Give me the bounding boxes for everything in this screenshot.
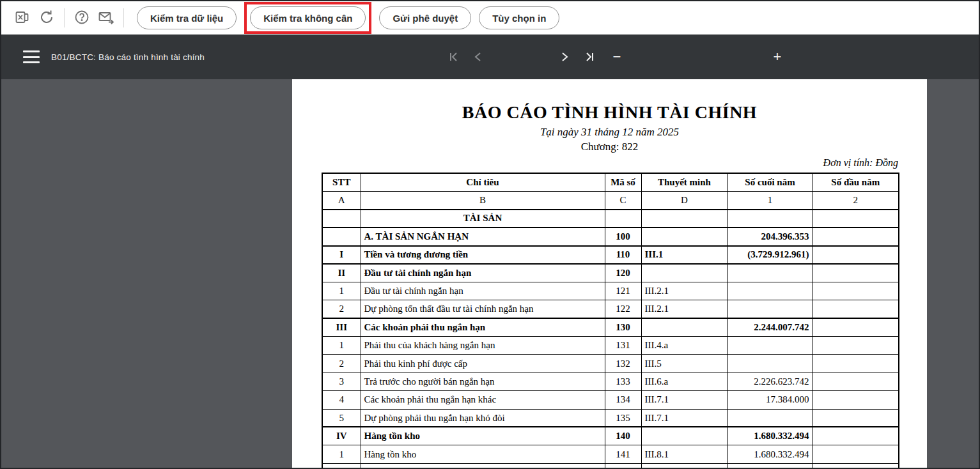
table-cell: 1 <box>322 445 361 463</box>
zoom-in-button[interactable]: + <box>768 48 786 66</box>
table-cell <box>813 391 899 409</box>
table-cell: 2 <box>322 463 361 468</box>
help-button[interactable] <box>70 6 94 30</box>
refresh-button[interactable] <box>35 6 59 30</box>
table-cell <box>727 210 813 227</box>
table-cell <box>727 337 813 355</box>
table-cell <box>641 210 727 227</box>
table-cell: 132 <box>605 355 641 373</box>
table-cell <box>813 337 899 355</box>
table-cell <box>813 445 899 463</box>
financial-report-table: STT Chỉ tiêu Mã số Thuyết minh Số cuối n… <box>322 173 899 468</box>
last-page-button[interactable] <box>580 48 598 66</box>
table-cell: Phải thu của khách hàng ngắn hạn <box>361 337 605 355</box>
table-cell <box>813 373 899 390</box>
table-cell: Dự phòng phải thu ngắn hạn khó đòi <box>361 409 605 427</box>
table-cell: Tiền và tương đương tiền <box>361 246 605 264</box>
table-cell: 2.244.007.742 <box>727 318 813 336</box>
table-cell: Trả trước cho người bán ngắn hạn <box>361 373 605 390</box>
table-row: 1Phải thu của khách hàng ngắn hạn131III.… <box>322 337 899 355</box>
table-cell: 17.384.000 <box>727 391 813 409</box>
table-row: IIICác khoản phải thu ngắn hạn1302.244.0… <box>322 318 899 336</box>
help-icon <box>74 9 90 27</box>
table-cell: 5 <box>322 409 361 427</box>
table-cell <box>641 227 727 245</box>
table-cell <box>727 300 813 318</box>
highlight-annotation: Kiểm tra không cân <box>244 2 371 34</box>
table-cell: 140 <box>605 427 641 445</box>
table-cell <box>813 318 899 336</box>
table-cell: III.1 <box>641 246 727 264</box>
refresh-icon <box>38 9 55 27</box>
table-cell: Các khoản phải thu ngắn hạn khác <box>361 391 605 409</box>
key-cell: 2 <box>813 191 899 209</box>
table-cell: 4 <box>322 391 361 409</box>
col-header-so-dau-nam: Số đầu năm <box>813 173 899 191</box>
table-cell <box>641 427 727 445</box>
table-cell: 130 <box>605 318 641 336</box>
table-cell: 134 <box>605 391 641 409</box>
check-data-button[interactable]: Kiểm tra dữ liệu <box>137 6 237 29</box>
table-cell: 1 <box>322 337 361 355</box>
table-cell: 133 <box>605 373 641 390</box>
col-header-ma-so: Mã số <box>605 173 641 191</box>
report-table-body: TÀI SẢNA. TÀI SẢN NGẮN HẠN100204.396.353… <box>322 210 899 468</box>
send-mail-icon <box>97 9 115 27</box>
toolbar-divider <box>64 8 65 27</box>
table-cell: III.2.1 <box>641 282 727 300</box>
table-row: 4Các khoản phải thu ngắn hạn khác134III.… <box>322 391 899 409</box>
print-options-button[interactable]: Tùy chọn in <box>479 6 559 29</box>
table-cell: III <box>322 318 361 336</box>
table-cell: TÀI SẢN <box>361 210 605 227</box>
key-cell: A <box>322 191 361 209</box>
table-cell <box>322 210 361 227</box>
table-cell: (3.729.912.961) <box>727 246 813 264</box>
table-key-row: A B C D 1 2 <box>322 191 899 209</box>
table-cell: 131 <box>605 337 641 355</box>
first-page-button[interactable] <box>445 48 463 66</box>
table-cell: 100 <box>605 227 641 245</box>
table-cell: 2.226.623.742 <box>727 373 813 390</box>
table-cell: III.8.1 <box>641 463 727 468</box>
col-header-thuyet-minh: Thuyết minh <box>641 173 727 191</box>
send-mail-button[interactable] <box>94 6 118 30</box>
first-page-icon <box>449 52 459 62</box>
hamburger-icon <box>23 50 40 52</box>
app-window: Kiểm tra dữ liệu Kiểm tra không cân Gửi … <box>0 0 980 469</box>
check-imbalance-button[interactable]: Kiểm tra không cân <box>250 6 366 29</box>
export-excel-button[interactable] <box>10 6 35 30</box>
minus-icon: − <box>613 49 621 65</box>
table-cell <box>605 210 641 227</box>
table-cell: Đầu tư tài chính ngắn hạn <box>361 264 605 282</box>
col-header-so-cuoi-nam: Số cuối năm <box>727 173 813 191</box>
table-cell: 1.680.332.494 <box>727 427 813 445</box>
document-title: BÁO CÁO TÌNH HÌNH TÀI CHÍNH <box>292 102 927 123</box>
table-cell: Dự phòng giảm giá hàng tồn kho <box>361 463 605 468</box>
table-cell <box>813 227 899 245</box>
table-cell: 141 <box>605 445 641 463</box>
zoom-out-button[interactable]: − <box>608 48 626 66</box>
table-cell: 135 <box>605 409 641 427</box>
table-row: ITiền và tương đương tiền110III.1(3.729.… <box>322 246 899 264</box>
export-excel-icon <box>14 9 31 27</box>
prev-page-button[interactable] <box>469 48 486 66</box>
plus-icon: + <box>774 49 782 65</box>
table-cell: Hàng tồn kho <box>361 427 605 445</box>
table-cell: Đầu tư tài chính ngắn hạn <box>361 282 605 300</box>
table-row: 3Trả trước cho người bán ngắn hạn133III.… <box>322 373 899 390</box>
table-row: 2Dự phòng giảm giá hàng tồn kho142III.8.… <box>322 463 899 468</box>
send-approval-button[interactable]: Gửi phê duyệt <box>379 6 471 29</box>
menu-button[interactable] <box>23 50 40 63</box>
table-cell: III.8.1 <box>641 445 727 463</box>
table-cell <box>322 227 361 245</box>
table-cell <box>813 409 899 427</box>
key-cell: 1 <box>727 191 813 209</box>
table-cell: III.4.a <box>641 337 727 355</box>
next-page-button[interactable] <box>556 48 574 66</box>
document-subtitle: Tại ngày 31 tháng 12 năm 2025 <box>292 126 927 139</box>
table-cell: 122 <box>605 300 641 318</box>
key-cell: B <box>361 191 605 209</box>
chevron-left-icon <box>473 52 482 62</box>
table-cell: II <box>322 264 361 282</box>
table-cell: 142 <box>605 463 641 468</box>
